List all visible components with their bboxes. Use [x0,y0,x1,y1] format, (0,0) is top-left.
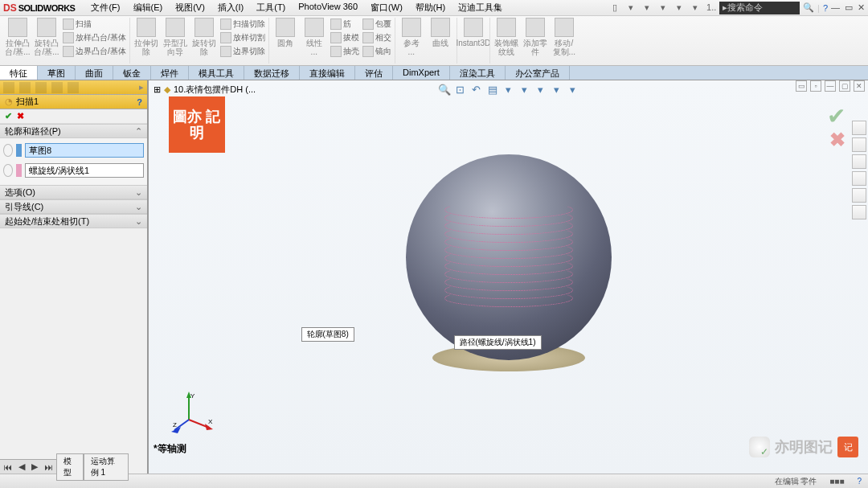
group-options[interactable]: 选项(O)⌄ [0,185,147,199]
taskpane-prop-icon[interactable] [852,205,866,219]
hide-show-icon[interactable]: ▾ [534,84,547,96]
viewport-max-icon[interactable]: ▢ [839,80,850,92]
tree-tab-3[interactable] [35,82,47,93]
search-icon[interactable]: 🔍 [803,2,814,13]
taskpane-lib-icon[interactable] [852,137,866,152]
tab-features[interactable]: 特征 [0,66,38,80]
open-icon[interactable]: ▾ [626,2,636,13]
boundary-cut-button[interactable]: 边界切除 [219,45,267,58]
view-orient-icon[interactable]: ▾ [502,84,515,96]
reference-button[interactable]: 参考 ... [397,18,426,64]
tab-direct-edit[interactable]: 直接编辑 [300,66,355,80]
boundary-button[interactable]: 边界凸台/基体 [61,45,128,58]
zoom-area-icon[interactable]: ⊡ [454,84,467,96]
new-icon[interactable]: ▯ [610,2,620,13]
menu-file[interactable]: 文件(F) [84,0,126,15]
confirm-corner-ok[interactable]: ✔ [827,103,845,129]
menu-help[interactable]: 帮助(H) [409,0,452,15]
tree-dropdown-icon[interactable]: ▸ [139,82,144,92]
expand-tree-icon[interactable]: ⊞ [154,84,161,95]
prev-view-icon[interactable]: ↶ [470,84,483,96]
tab-dimxpert[interactable]: DimXpert [393,66,450,80]
linear-pattern-button[interactable]: 线性 ... [300,18,329,64]
command-search[interactable]: ▸ 搜索命令 [719,2,800,14]
sweep-button[interactable]: 扫描 [61,18,128,31]
revolve-cut-button[interactable]: 旋转切 除 [190,18,219,64]
tree-tab-5[interactable] [68,82,79,93]
tab-render[interactable]: 渲染工具 [450,66,506,80]
tab-sheetmetal[interactable]: 钣金 [113,66,151,80]
curves-button[interactable]: 曲线 [426,18,455,64]
mirror-button[interactable]: 镜向 [361,45,393,58]
cosmetic-thread-button[interactable]: 装饰螺 纹线 [492,18,521,64]
ok-button[interactable]: ✔ [5,111,12,121]
cancel-button[interactable]: ✖ [17,111,24,121]
fillet-button[interactable]: 圆角 [271,18,300,64]
add-part-button[interactable]: 添加零 件 [521,18,550,64]
help-link-icon[interactable]: ? [137,97,142,107]
extrude-cut-button[interactable]: 拉伸切 除 [132,18,161,64]
menu-maidi[interactable]: 迈迪工具集 [452,0,509,15]
help-icon[interactable]: ? [823,3,828,13]
tab-weldment[interactable]: 焊件 [151,66,189,80]
tree-tab-4[interactable] [51,82,63,93]
print-icon[interactable]: ▾ [658,2,668,13]
menu-edit[interactable]: 编辑(E) [127,0,170,15]
tab-sketch[interactable]: 草图 [38,66,76,80]
viewport-min-icon[interactable]: — [825,80,836,92]
rebuild-icon[interactable]: ▾ [674,2,684,13]
display-style-icon[interactable]: ▾ [518,84,531,96]
graphics-viewport[interactable]: ⊞ ◆ 10.表情包摆件DH (... 🔍 ⊡ ↶ ▤ ▾ ▾ ▾ ▾ ▾ ▭ … [149,80,868,474]
taskpane-view-icon[interactable] [852,171,866,186]
profile-input[interactable] [25,143,144,158]
maximize-icon[interactable]: ▭ [845,2,853,13]
status-help-icon[interactable]: ? [857,477,862,486]
rib-button[interactable]: 筋 [329,18,361,31]
intersect-button[interactable]: 相交 [361,31,393,44]
section-icon[interactable]: ▤ [486,84,499,96]
wrap-button[interactable]: 包覆 [361,18,393,31]
group-tangent[interactable]: 起始处/结束处相切(T)⌄ [0,214,147,228]
taskpane-explorer-icon[interactable] [852,154,866,169]
sweep-cut-button[interactable]: 扫描切除 [219,18,267,31]
group-guides[interactable]: 引导线(C)⌄ [0,199,147,214]
instant3d-button[interactable]: Instant3D [459,18,488,64]
loft-button[interactable]: 放样凸台/基体 [61,31,128,44]
viewport-close-icon[interactable]: ✕ [854,80,865,92]
tree-tab-1[interactable] [3,82,14,93]
revolve-boss-button[interactable]: 旋转凸 台/基... [32,18,61,64]
taskpane-appear-icon[interactable] [852,188,866,203]
tab-motion-study[interactable]: 运动算例 1 [84,453,129,481]
save-icon[interactable]: ▾ [642,2,652,13]
taskpane-home-icon[interactable] [852,121,866,135]
zoom-fit-icon[interactable]: 🔍 [438,84,451,96]
tab-surface[interactable]: 曲面 [76,66,113,80]
tab-mold[interactable]: 模具工具 [189,66,244,80]
hole-wizard-button[interactable]: 异型孔 向导 [161,18,190,64]
tree-tab-2[interactable] [19,82,31,93]
viewport-tile-icon[interactable]: ▭ [796,80,807,92]
tab-nav-last[interactable]: ⏭ [41,462,56,472]
menu-view[interactable]: 视图(V) [169,0,211,15]
tab-model[interactable]: 模型 [56,453,84,481]
confirm-corner-cancel[interactable]: ✖ [829,129,845,151]
menu-insert[interactable]: 插入(I) [211,0,250,15]
minimize-icon[interactable]: — [831,2,840,13]
menu-photoview[interactable]: PhotoView 360 [292,0,364,15]
appearance-icon[interactable]: ▾ [551,84,563,96]
tab-migration[interactable]: 数据迁移 [244,66,300,80]
options-icon[interactable]: ▾ [690,2,700,13]
tab-nav-first[interactable]: ⏮ [0,462,15,472]
scene-icon[interactable]: ▾ [567,84,579,96]
group-profile-path[interactable]: 轮廓和路径(P)⌃ [0,124,147,138]
tab-evaluate[interactable]: 评估 [355,66,393,80]
tab-nav-next[interactable]: ▶ [28,461,41,472]
viewport-link-icon[interactable]: ▫ [810,80,821,92]
menu-window[interactable]: 窗口(W) [364,0,409,15]
tab-office[interactable]: 办公室产品 [506,66,570,80]
tab-nav-prev[interactable]: ◀ [15,461,28,472]
extrude-boss-button[interactable]: 拉伸凸 台/基... [3,18,32,64]
orientation-triad[interactable]: Y X Z [173,392,213,433]
path-input[interactable] [25,163,144,178]
close-icon[interactable]: ✕ [858,2,865,13]
